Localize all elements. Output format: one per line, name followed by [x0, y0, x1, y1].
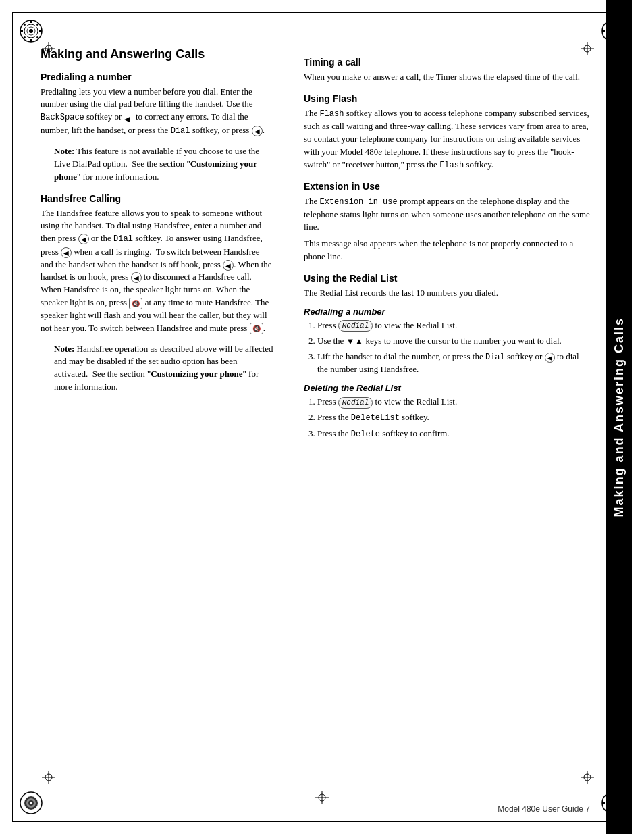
- svg-line-8: [37, 37, 39, 39]
- footer: Model 480e User Guide 7: [498, 804, 590, 814]
- heading-flash: Using Flash: [304, 93, 590, 104]
- delete-step-1: Press Redial to view the Redial List.: [317, 396, 590, 409]
- heading-timing: Timing a call: [304, 57, 590, 68]
- delete-step-3: Press the Delete softkey to confirm.: [317, 427, 590, 440]
- sidebar-rotated-text: Making and Answering Calls: [606, 0, 632, 834]
- redial-button-2: Redial: [338, 397, 373, 409]
- redial-button: Redial: [338, 320, 373, 332]
- hf-switch-icon: ◀: [223, 260, 234, 271]
- heading-predialing: Predialing a number: [41, 72, 274, 82]
- flash-body: The Flash softkey allows you to access t…: [304, 107, 590, 172]
- svg-point-2: [29, 29, 33, 33]
- hf-answer-icon: ◀: [61, 247, 72, 258]
- redial-step-3: Lift the handset to dial the number, or …: [317, 350, 590, 376]
- main-title: Making and Answering Calls: [41, 47, 274, 62]
- heading-deleting: Deleting the Redial List: [304, 383, 590, 393]
- right-column: Timing a call When you make or answer a …: [290, 41, 590, 793]
- handsfree-body: The Handsfree feature allows you to spea…: [41, 207, 274, 335]
- mute-btn2-icon: 🔇: [250, 323, 263, 334]
- mute-btn-icon: 🔇: [129, 298, 142, 309]
- svg-point-26: [30, 802, 32, 804]
- svg-line-7: [24, 24, 26, 26]
- heading-handsfree: Handsfree Calling: [41, 193, 274, 204]
- redial-intro: The Redial List records the last 10 numb…: [304, 287, 590, 300]
- predialing-note: Note: This feature is not available if y…: [54, 145, 274, 184]
- svg-line-10: [24, 37, 26, 39]
- hf-redial-icon: ◀: [545, 353, 555, 363]
- dial-button-icon: ◀: [252, 126, 263, 136]
- redial-step-1: Press Redial to view the Redial List.: [317, 319, 590, 332]
- hf-disconnect-icon: ◀: [131, 272, 142, 283]
- svg-line-9: [37, 24, 39, 26]
- heading-redial: Using the Redial List: [304, 273, 590, 284]
- heading-extension: Extension in Use: [304, 181, 590, 192]
- bottom-center-cross: [314, 789, 330, 808]
- delete-step-2: Press the DeleteList softkey.: [317, 411, 590, 424]
- heading-redialing: Redialing a number: [304, 307, 590, 317]
- timing-body: When you make or answer a call, the Time…: [304, 71, 590, 84]
- extension-body1: The Extension in use prompt appears on t…: [304, 195, 590, 234]
- content-wrapper: Making and Answering Calls Predialing a …: [41, 41, 590, 793]
- redialing-steps: Press Redial to view the Redial List. Us…: [317, 319, 590, 377]
- backspace-arrow-icon: [124, 113, 134, 122]
- deleting-steps: Press Redial to view the Redial List. Pr…: [317, 396, 590, 440]
- left-column: Making and Answering Calls Predialing a …: [41, 41, 290, 793]
- handsfree-note: Note: Handsfree operation as described a…: [54, 343, 274, 394]
- nav-arrows-icon: ▼▲: [346, 336, 364, 346]
- hf-dial-icon: ◀: [78, 234, 89, 244]
- redial-step-2: Use the ▼▲ keys to move the cursor to th…: [317, 335, 590, 348]
- extension-body2: This message also appears when the telep…: [304, 238, 590, 263]
- predialing-body: Predialing lets you view a number before…: [41, 86, 274, 137]
